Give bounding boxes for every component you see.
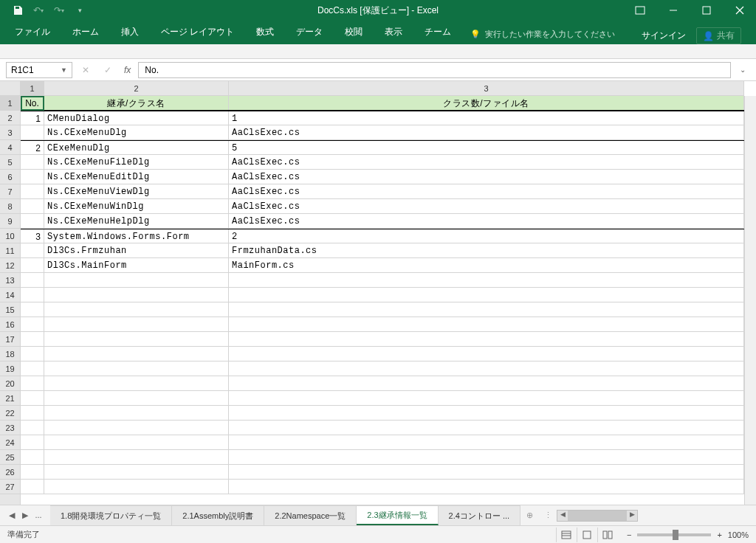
row-header[interactable]: 25 [0, 450, 20, 465]
row-header[interactable]: 6 [0, 170, 20, 184]
cell-class[interactable]: CMenuDialog [44, 111, 229, 125]
fx-icon[interactable]: fx [121, 65, 134, 75]
cell-class[interactable]: Ns.CExeMenuHelpDlg [44, 214, 229, 228]
chevron-down-icon[interactable]: ▼ [61, 66, 67, 74]
col-header[interactable]: 2 [44, 81, 229, 95]
row-header[interactable]: 4 [0, 140, 20, 155]
row-header[interactable]: 2 [0, 111, 20, 125]
row-header[interactable]: 1 [0, 96, 20, 111]
save-icon[interactable] [12, 4, 24, 16]
close-icon[interactable] [723, 0, 756, 21]
ribbon-display-icon[interactable] [623, 0, 656, 21]
select-all-corner[interactable] [0, 81, 21, 96]
row-header[interactable]: 15 [0, 302, 20, 317]
cell[interactable] [229, 391, 744, 405]
zoom-out-icon[interactable]: − [627, 530, 631, 539]
cell-no[interactable] [21, 155, 44, 169]
cell-file[interactable]: AaClsExec.cs [229, 125, 744, 139]
row-header[interactable]: 8 [0, 199, 20, 214]
cell-class[interactable]: Ns.CExeMenuEditDlg [44, 170, 229, 184]
cell-no[interactable] [21, 258, 44, 272]
cell[interactable] [21, 302, 44, 317]
row-header[interactable]: 10 [0, 229, 20, 243]
row-header[interactable]: 24 [0, 435, 20, 450]
row-header[interactable]: 23 [0, 421, 20, 435]
cell[interactable] [44, 435, 229, 449]
tab-home[interactable]: ホーム [62, 21, 109, 44]
sheet-tab[interactable]: 2.3継承情報一覧 [357, 505, 438, 525]
cell[interactable] [229, 465, 744, 479]
formula-input[interactable]: No. [138, 62, 731, 78]
normal-view-icon[interactable] [556, 528, 577, 542]
cell[interactable] [44, 347, 229, 361]
row-header[interactable]: 18 [0, 347, 20, 362]
cell[interactable] [21, 450, 44, 464]
cell[interactable] [229, 421, 744, 435]
cells-area[interactable]: No. 継承/クラス名 クラス数/ファイル名 1CMenuDialog1Ns.C… [21, 96, 744, 505]
cell[interactable] [21, 480, 44, 494]
cell[interactable] [21, 421, 44, 435]
tab-nav-prev-icon[interactable]: ◀ [6, 511, 18, 520]
tab-view[interactable]: 表示 [374, 21, 413, 44]
cell[interactable] [44, 391, 229, 405]
cell[interactable] [229, 480, 744, 494]
cell-no[interactable] [21, 214, 44, 228]
cell[interactable] [44, 362, 229, 376]
zoom-thumb[interactable] [673, 530, 678, 540]
zoom-slider[interactable] [637, 533, 711, 536]
cell[interactable] [44, 317, 229, 331]
vertical-scrollbar[interactable] [744, 96, 756, 505]
cell-no[interactable]: 3 [21, 229, 44, 243]
hscroll-left-icon[interactable]: ◀ [557, 511, 568, 521]
cell-class[interactable]: CExeMenuDlg [44, 141, 229, 154]
row-header[interactable]: 13 [0, 273, 20, 288]
cell[interactable] [229, 347, 744, 361]
cell-file[interactable]: AaClsExec.cs [229, 214, 744, 228]
name-box[interactable]: R1C1 ▼ [6, 62, 72, 78]
cell[interactable] [21, 406, 44, 420]
row-header[interactable]: 9 [0, 214, 20, 229]
cell[interactable] [21, 376, 44, 390]
cell-class[interactable]: Ns.CExeMenuViewDlg [44, 184, 229, 198]
row-header[interactable]: 11 [0, 243, 20, 258]
col-header[interactable]: 1 [21, 81, 44, 95]
tab-formulas[interactable]: 数式 [246, 21, 284, 44]
add-sheet-icon[interactable]: ⊕ [520, 511, 538, 520]
cell[interactable] [229, 450, 744, 464]
cell[interactable] [44, 288, 229, 302]
cell[interactable] [229, 332, 744, 346]
cell[interactable] [21, 391, 44, 405]
cell[interactable] [21, 273, 44, 287]
zoom-in-icon[interactable]: + [717, 530, 721, 539]
cell-no[interactable] [21, 243, 44, 257]
tell-me-search[interactable]: 💡 実行したい作業を入力してください [463, 24, 622, 44]
tab-data[interactable]: データ [286, 21, 333, 44]
cell-file[interactable]: MainForm.cs [229, 258, 744, 272]
cell-class[interactable]: Dl3Cs.MainForm [44, 258, 229, 272]
col-header[interactable]: 3 [229, 81, 744, 95]
page-break-view-icon[interactable] [597, 528, 618, 542]
sign-in-link[interactable]: サインイン [642, 30, 686, 42]
cell-file[interactable]: 2 [229, 229, 744, 243]
cell-file[interactable]: 1 [229, 111, 744, 125]
page-layout-view-icon[interactable] [577, 528, 597, 542]
qat-customize-icon[interactable]: ▾ [74, 4, 86, 16]
undo-icon[interactable]: ↶ ▾ [32, 4, 44, 16]
share-button[interactable]: 👤 共有 [696, 27, 741, 44]
row-header[interactable]: 14 [0, 288, 20, 302]
cell[interactable] [44, 465, 229, 479]
cell[interactable] [229, 435, 744, 449]
cell[interactable] [44, 406, 229, 420]
tab-file[interactable]: ファイル [4, 21, 61, 44]
row-header[interactable]: 5 [0, 155, 20, 170]
cell[interactable] [44, 421, 229, 435]
sheet-tab[interactable]: 1.8開発環境プロパティ一覧 [50, 505, 172, 525]
tab-split-handle[interactable]: ⋮ [544, 511, 552, 520]
cell-class[interactable]: Dl3Cs.Frmzuhan [44, 243, 229, 257]
cell[interactable] [229, 302, 744, 317]
cell[interactable] [229, 406, 744, 420]
tab-nav-next-icon[interactable]: ▶ [19, 511, 31, 520]
cell[interactable] [21, 362, 44, 376]
row-header[interactable]: 7 [0, 184, 20, 199]
cell[interactable] [229, 362, 744, 376]
